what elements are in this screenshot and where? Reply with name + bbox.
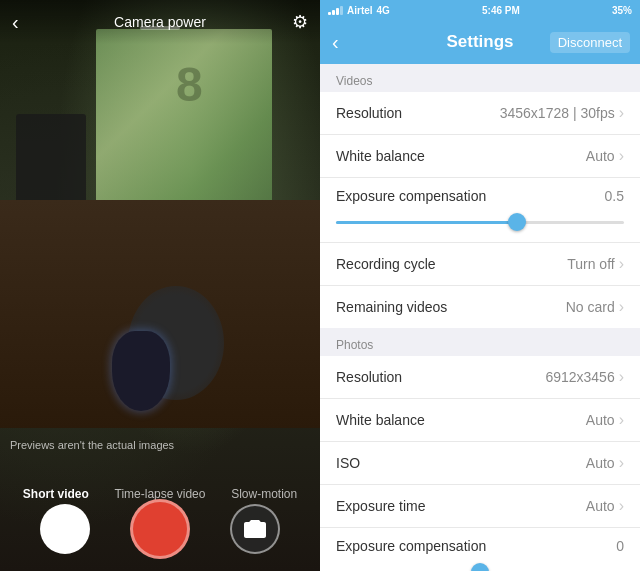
photo-white-balance-row[interactable]: White balance Auto › bbox=[320, 399, 640, 442]
chevron-right-icon: › bbox=[619, 368, 624, 386]
video-exposure-value: 0.5 bbox=[605, 188, 624, 204]
video-exposure-slider-row: Exposure compensation 0.5 bbox=[320, 178, 640, 243]
slider-thumb[interactable] bbox=[508, 213, 526, 231]
photo-slider-header: Exposure compensation 0 bbox=[336, 538, 624, 554]
camera-signal-bar bbox=[140, 26, 180, 30]
photo-white-balance-label: White balance bbox=[336, 412, 425, 428]
signal-bar-2 bbox=[332, 10, 335, 15]
settings-panel: Airtel 4G 5:46 PM 35% ‹ Settings Disconn… bbox=[320, 0, 640, 571]
videos-group: Resolution 3456x1728 | 30fps › White bal… bbox=[320, 92, 640, 328]
remaining-videos-value[interactable]: No card › bbox=[566, 298, 624, 316]
battery-label: 35% bbox=[612, 5, 632, 16]
video-resolution-row[interactable]: Resolution 3456x1728 | 30fps › bbox=[320, 92, 640, 135]
photo-exposure-slider[interactable] bbox=[336, 562, 624, 571]
camera-panel: 8 ‹ Camera power ⚙ Previews aren't the a… bbox=[0, 0, 320, 571]
status-bar: Airtel 4G 5:46 PM 35% bbox=[320, 0, 640, 20]
signal-bar-1 bbox=[328, 12, 331, 15]
network-label: 4G bbox=[377, 5, 390, 16]
slider-header: Exposure compensation 0.5 bbox=[336, 188, 624, 204]
photo-white-balance-value[interactable]: Auto › bbox=[586, 411, 624, 429]
videos-section-header: Videos bbox=[320, 64, 640, 92]
video-white-balance-label: White balance bbox=[336, 148, 425, 164]
iso-row[interactable]: ISO Auto › bbox=[320, 442, 640, 485]
exposure-time-value[interactable]: Auto › bbox=[586, 497, 624, 515]
video-white-balance-row[interactable]: White balance Auto › bbox=[320, 135, 640, 178]
iso-label: ISO bbox=[336, 455, 360, 471]
disconnect-button[interactable]: Disconnect bbox=[550, 32, 630, 53]
photos-group: Resolution 6912x3456 › White balance Aut… bbox=[320, 356, 640, 571]
video-white-balance-value[interactable]: Auto › bbox=[586, 147, 624, 165]
scene-mouse bbox=[112, 331, 170, 411]
photo-exposure-slider-row: Exposure compensation 0 bbox=[320, 528, 640, 571]
gear-icon[interactable]: ⚙ bbox=[292, 11, 308, 33]
status-left: Airtel 4G bbox=[328, 5, 390, 16]
settings-back-button[interactable]: ‹ bbox=[332, 31, 339, 54]
video-exposure-label: Exposure compensation bbox=[336, 188, 486, 204]
settings-content: Videos Resolution 3456x1728 | 30fps › Wh… bbox=[320, 64, 640, 571]
photo-exposure-label: Exposure compensation bbox=[336, 538, 486, 554]
chevron-right-icon: › bbox=[619, 147, 624, 165]
time-label: 5:46 PM bbox=[482, 5, 520, 16]
settings-header: ‹ Settings Disconnect bbox=[320, 20, 640, 64]
signal-bars bbox=[328, 5, 343, 15]
camera-controls bbox=[0, 499, 320, 559]
iso-value[interactable]: Auto › bbox=[586, 454, 624, 472]
photo-resolution-label: Resolution bbox=[336, 369, 402, 385]
signal-bar-3 bbox=[336, 8, 339, 15]
photo-exposure-value: 0 bbox=[616, 538, 624, 554]
carrier-label: Airtel bbox=[347, 5, 373, 16]
remaining-videos-row[interactable]: Remaining videos No card › bbox=[320, 286, 640, 328]
camera-preview-text: Previews aren't the actual images bbox=[10, 439, 174, 451]
exposure-time-label: Exposure time bbox=[336, 498, 425, 514]
video-exposure-slider[interactable] bbox=[336, 212, 624, 232]
scene-number: 8 bbox=[176, 57, 203, 112]
record-button[interactable] bbox=[130, 499, 190, 559]
chevron-right-icon: › bbox=[619, 411, 624, 429]
chevron-right-icon: › bbox=[619, 104, 624, 122]
chevron-right-icon: › bbox=[619, 298, 624, 316]
white-button[interactable] bbox=[40, 504, 90, 554]
photo-resolution-value[interactable]: 6912x3456 › bbox=[545, 368, 624, 386]
video-resolution-value[interactable]: 3456x1728 | 30fps › bbox=[500, 104, 624, 122]
chevron-right-icon: › bbox=[619, 497, 624, 515]
slider-track bbox=[336, 221, 624, 224]
photos-section-header: Photos bbox=[320, 328, 640, 356]
video-resolution-label: Resolution bbox=[336, 105, 402, 121]
photo-slider-thumb[interactable] bbox=[471, 563, 489, 571]
chevron-right-icon: › bbox=[619, 255, 624, 273]
photo-button[interactable] bbox=[230, 504, 280, 554]
recording-cycle-value[interactable]: Turn off › bbox=[567, 255, 624, 273]
camera-header: ‹ Camera power ⚙ bbox=[0, 0, 320, 44]
chevron-right-icon: › bbox=[619, 454, 624, 472]
recording-cycle-row[interactable]: Recording cycle Turn off › bbox=[320, 243, 640, 286]
settings-title: Settings bbox=[446, 32, 513, 52]
signal-bar-4 bbox=[340, 6, 343, 15]
exposure-time-row[interactable]: Exposure time Auto › bbox=[320, 485, 640, 528]
camera-scene: 8 bbox=[0, 0, 320, 571]
slider-fill bbox=[336, 221, 517, 224]
status-right: 35% bbox=[612, 5, 632, 16]
remaining-videos-label: Remaining videos bbox=[336, 299, 447, 315]
recording-cycle-label: Recording cycle bbox=[336, 256, 436, 272]
photo-resolution-row[interactable]: Resolution 6912x3456 › bbox=[320, 356, 640, 399]
camera-back-button[interactable]: ‹ bbox=[12, 11, 19, 34]
